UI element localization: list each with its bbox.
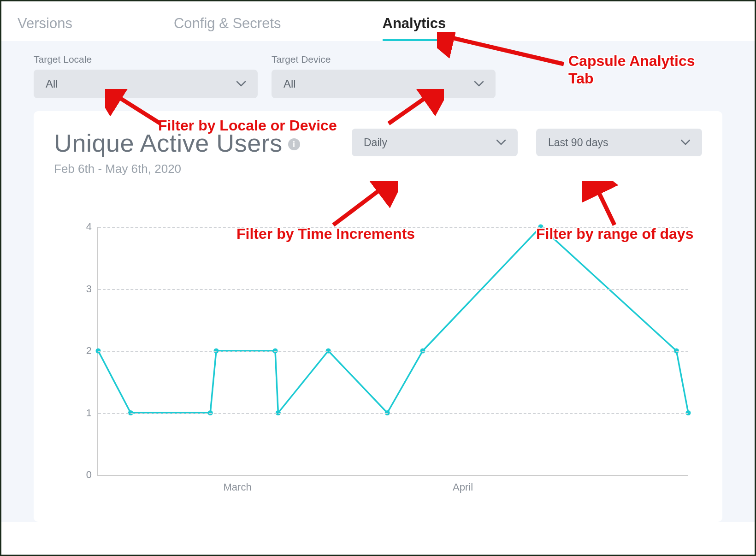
title-block: Unique Active Users i Feb 6th - May 6th,… (54, 129, 333, 176)
tab-config-secrets[interactable]: Config & Secrets (174, 15, 281, 41)
chevron-down-icon (474, 79, 484, 89)
tab-versions[interactable]: Versions (18, 15, 72, 41)
chart-title: Unique Active Users i (54, 129, 300, 157)
y-tick-label: 4 (78, 221, 92, 233)
chart-subtitle: Feb 6th - May 6th, 2020 (54, 162, 333, 176)
select-value: All (284, 77, 296, 90)
card-header: Unique Active Users i Feb 6th - May 6th,… (54, 129, 702, 176)
select-value: All (46, 77, 58, 90)
filter-label-locale: Target Locale (34, 54, 258, 65)
chevron-down-icon (681, 138, 690, 147)
select-target-locale[interactable]: All (34, 70, 258, 98)
select-value: Last 90 days (548, 136, 608, 149)
filter-group-device: Target Device All (272, 54, 496, 98)
tab-analytics[interactable]: Analytics (383, 15, 446, 41)
grid-line (98, 413, 688, 414)
y-tick-label: 0 (78, 469, 92, 481)
x-tick-label: March (224, 481, 252, 493)
y-tick-label: 2 (78, 345, 92, 357)
tab-bar: Versions Config & Secrets Analytics (1, 1, 755, 41)
chart-title-text: Unique Active Users (54, 129, 283, 157)
grid-line (98, 289, 688, 290)
chart-area: 01234MarchApril (54, 227, 702, 513)
select-value: Daily (364, 136, 387, 149)
grid-line (98, 227, 688, 228)
y-tick-label: 3 (78, 283, 92, 295)
select-date-range[interactable]: Last 90 days (536, 129, 702, 156)
filter-group-locale: Target Locale All (34, 54, 258, 98)
y-tick-label: 1 (78, 407, 92, 419)
chevron-down-icon (236, 79, 246, 89)
filter-label-device: Target Device (272, 54, 496, 65)
x-tick-label: April (453, 481, 473, 493)
filter-bar: Target Locale All Target Device All (1, 41, 755, 111)
card-wrap: Unique Active Users i Feb 6th - May 6th,… (1, 111, 755, 522)
chevron-down-icon (496, 138, 506, 147)
analytics-card: Unique Active Users i Feb 6th - May 6th,… (34, 111, 722, 522)
grid-line (98, 351, 688, 352)
select-time-increment[interactable]: Daily (352, 129, 518, 156)
info-icon[interactable]: i (288, 138, 300, 150)
line-chart: 01234MarchApril (97, 227, 688, 476)
select-target-device[interactable]: All (272, 70, 496, 98)
